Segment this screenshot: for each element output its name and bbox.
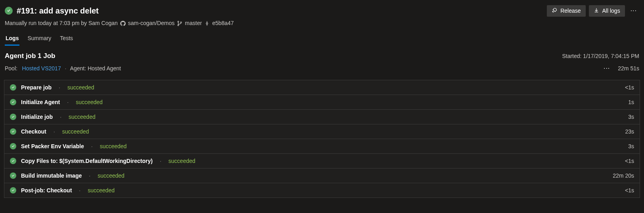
- separator: ·: [89, 172, 90, 179]
- job-title-row: Agent job 1 Job Started: 1/17/2019, 7:04…: [5, 52, 639, 60]
- step-status-text: succeeded: [76, 99, 103, 105]
- separator: ·: [79, 187, 80, 194]
- all-logs-label: All logs: [602, 8, 620, 14]
- release-button[interactable]: Release: [547, 5, 585, 17]
- pool-info: Pool: Hosted VS2017 · Agent: Hosted Agen…: [5, 65, 121, 72]
- job-title: Agent job 1 Job: [5, 52, 56, 60]
- step-name: Set Packer Env Variable: [21, 143, 84, 149]
- ellipsis-icon: ···: [604, 65, 610, 72]
- branch-icon: [177, 20, 182, 26]
- step-left: Initialize Agent·succeeded: [10, 99, 103, 105]
- success-icon: [10, 143, 16, 149]
- job-started: Started: 1/17/2019, 7:04:15 PM: [562, 53, 639, 59]
- success-icon: [10, 128, 16, 135]
- separator: ·: [65, 65, 67, 72]
- build-title: #191: add async delet: [17, 6, 99, 15]
- step-duration: 3s: [628, 114, 634, 120]
- tab-summary[interactable]: Summary: [27, 32, 52, 46]
- release-label: Release: [560, 8, 581, 14]
- step-duration: 1s: [628, 99, 634, 105]
- success-icon: [5, 7, 13, 15]
- success-icon: [10, 84, 16, 91]
- step-status-text: succeeded: [69, 114, 96, 120]
- title-row: #191: add async delet Release All: [5, 5, 639, 17]
- job-more-button[interactable]: ···: [601, 62, 612, 74]
- svg-point-3: [206, 23, 208, 24]
- svg-point-0: [178, 21, 179, 23]
- ellipsis-icon: ···: [631, 7, 637, 14]
- success-icon: [10, 172, 16, 179]
- step-duration: 23s: [625, 128, 634, 135]
- rocket-icon: [552, 8, 557, 14]
- commit-link[interactable]: e5b8a47: [212, 20, 234, 26]
- pool-link[interactable]: Hosted VS2017: [22, 65, 61, 72]
- step-row[interactable]: Initialize Agent·succeeded1s: [4, 95, 640, 110]
- job-duration-area: ··· 22m 51s: [601, 62, 639, 74]
- separator: ·: [59, 84, 60, 91]
- tabs: Logs Summary Tests: [5, 26, 639, 46]
- step-duration: <1s: [625, 187, 634, 194]
- step-row[interactable]: Set Packer Env Variable·succeeded3s: [4, 139, 640, 154]
- step-duration: 3s: [628, 143, 634, 149]
- success-icon: [10, 114, 16, 120]
- step-name: Initialize Agent: [21, 99, 60, 105]
- step-row[interactable]: Prepare job·succeeded<1s: [4, 80, 640, 95]
- title-actions: Release All logs ···: [547, 5, 639, 17]
- commit-icon: [204, 20, 210, 26]
- step-name: Checkout: [21, 128, 46, 135]
- separator: ·: [160, 158, 161, 164]
- tab-logs[interactable]: Logs: [5, 32, 19, 46]
- svg-point-1: [178, 25, 179, 26]
- separator: ·: [67, 99, 69, 105]
- step-status-text: succeeded: [67, 84, 94, 91]
- run-meta-text: Manually run today at 7:03 pm by Sam Cog…: [5, 20, 118, 26]
- step-row[interactable]: Post-job: Checkout·succeeded<1s: [4, 183, 640, 198]
- pool-label: Pool:: [5, 65, 17, 72]
- download-icon: [594, 8, 599, 14]
- separator: ·: [60, 114, 61, 120]
- step-name: Post-job: Checkout: [21, 187, 72, 194]
- step-duration: <1s: [625, 158, 634, 164]
- success-icon: [10, 158, 16, 164]
- build-header: #191: add async delet Release All: [0, 0, 644, 48]
- separator: ·: [91, 143, 93, 149]
- step-status-text: succeeded: [62, 128, 89, 135]
- svg-point-2: [180, 22, 182, 23]
- step-name: Prepare job: [21, 84, 52, 91]
- step-status-text: succeeded: [100, 143, 127, 149]
- branch-link[interactable]: master: [185, 20, 202, 26]
- step-name: Build immutable image: [21, 172, 82, 179]
- pool-row: Pool: Hosted VS2017 · Agent: Hosted Agen…: [5, 62, 639, 74]
- repo-link[interactable]: sam-cogan/Demos: [128, 20, 175, 26]
- step-duration: <1s: [625, 84, 634, 91]
- all-logs-button[interactable]: All logs: [589, 5, 625, 17]
- step-row[interactable]: Copy Files to: $(System.DefaultWorkingDi…: [4, 153, 640, 168]
- step-status-text: succeeded: [169, 158, 196, 164]
- step-left: Checkout·succeeded: [10, 128, 89, 135]
- step-left: Post-job: Checkout·succeeded: [10, 187, 115, 194]
- job-header: Agent job 1 Job Started: 1/17/2019, 7:04…: [0, 48, 644, 77]
- step-row[interactable]: Initialize job·succeeded3s: [4, 109, 640, 124]
- step-row[interactable]: Build immutable image·succeeded22m 20s: [4, 168, 640, 183]
- step-status-text: succeeded: [88, 187, 115, 194]
- build-meta: Manually run today at 7:03 pm by Sam Cog…: [5, 20, 639, 26]
- step-name: Initialize job: [21, 114, 53, 120]
- step-left: Initialize job·succeeded: [10, 114, 96, 120]
- github-icon: [120, 20, 126, 26]
- step-left: Build immutable image·succeeded: [10, 172, 125, 179]
- separator: ·: [54, 128, 55, 135]
- steps-list: Prepare job·succeeded<1sInitialize Agent…: [0, 77, 644, 202]
- title-left: #191: add async delet: [5, 6, 99, 15]
- success-icon: [10, 187, 16, 194]
- success-icon: [10, 99, 16, 105]
- step-duration: 22m 20s: [613, 172, 634, 179]
- step-name: Copy Files to: $(System.DefaultWorkingDi…: [21, 158, 153, 164]
- step-left: Prepare job·succeeded: [10, 84, 94, 91]
- more-actions-button[interactable]: ···: [628, 5, 639, 17]
- step-status-text: succeeded: [98, 172, 125, 179]
- agent-label: Agent: Hosted Agent: [70, 65, 121, 72]
- step-left: Set Packer Env Variable·succeeded: [10, 143, 126, 149]
- step-row[interactable]: Checkout·succeeded23s: [4, 124, 640, 139]
- step-left: Copy Files to: $(System.DefaultWorkingDi…: [10, 158, 196, 164]
- tab-tests[interactable]: Tests: [59, 32, 74, 46]
